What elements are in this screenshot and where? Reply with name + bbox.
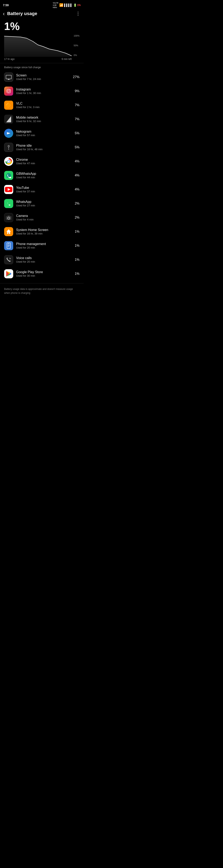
app-name-screen: Screen: [16, 73, 69, 77]
app-item-mobile-network[interactable]: Mobile network Used for 6 hr, 32 min 7%: [0, 112, 84, 126]
svg-point-2: [8, 90, 9, 92]
camera-svg: [6, 215, 12, 220]
app-percent-playstore: 1%: [72, 272, 79, 276]
app-item-camera[interactable]: Camera Used for 4 min 2%: [0, 211, 84, 225]
nekogram-svg: [6, 130, 11, 136]
app-usage-phone-mgmt: Used for 20 min: [16, 246, 69, 249]
chart-label-100: 100%: [74, 34, 79, 37]
app-usage-system-home: Used for 16 hr, 39 min: [16, 232, 69, 235]
chart-time-left: 17 hr ago: [4, 58, 15, 61]
status-time: 7:59: [3, 3, 9, 7]
chart-svg-wrap: [4, 34, 72, 57]
app-item-youtube[interactable]: YouTube Used for 37 min 4%: [0, 182, 84, 196]
app-percent-chrome: 4%: [72, 159, 79, 163]
app-icon-instagram: [4, 87, 13, 96]
app-icon-chrome: [4, 157, 13, 166]
app-icon-camera: [4, 213, 13, 222]
app-name-gbwhatsapp: GBWhatsApp: [16, 172, 69, 176]
app-info-system-home: System Home Screen Used for 16 hr, 39 mi…: [16, 228, 69, 235]
signal-icon: ▌▌▌▌: [64, 3, 72, 7]
page-title: Battery usage: [7, 11, 37, 16]
app-icon-youtube: [4, 185, 13, 194]
header-left: ‹ Battery usage: [3, 11, 37, 16]
app-item-voice-calls[interactable]: Voice calls Used for 20 min 1%: [0, 253, 84, 267]
app-info-playstore: Google Play Store Used for 30 min: [16, 270, 69, 277]
battery-percent-status: 1%: [77, 4, 81, 7]
app-info-whatsapp: WhatsApp Used for 27 min: [16, 200, 69, 207]
app-item-whatsapp[interactable]: WhatsApp Used for 27 min 2%: [0, 196, 84, 211]
app-item-nekogram[interactable]: Nekogram Used for 57 min 5%: [0, 126, 84, 140]
menu-button[interactable]: ⋮: [76, 11, 81, 16]
app-icon-gbwhatsapp: [4, 171, 13, 180]
app-percent-instagram: 9%: [72, 89, 79, 93]
gbwhatsapp-svg: [6, 173, 11, 178]
battery-icon: 🔋: [73, 3, 77, 7]
app-percent-youtube: 4%: [72, 188, 79, 191]
svg-point-10: [8, 160, 10, 162]
app-item-vlc[interactable]: 🔶 VLC Used for 2 hr, 3 min 7%: [0, 98, 84, 112]
app-percent-whatsapp: 2%: [72, 202, 79, 206]
app-item-chrome[interactable]: Chrome Used for 47 min 4%: [0, 154, 84, 168]
app-usage-vlc: Used for 2 hr, 3 min: [16, 105, 69, 109]
app-usage-phone-idle: Used for 16 hr, 48 min: [16, 148, 69, 151]
mobile-network-svg: [6, 116, 11, 122]
app-usage-screen: Used for 7 hr, 24 min: [16, 78, 69, 81]
svg-point-7: [8, 149, 9, 150]
app-item-instagram[interactable]: Instagram Used for 1 hr, 30 min 9%: [0, 84, 84, 98]
app-item-phone-idle[interactable]: Phone idle Used for 16 hr, 48 min 5%: [0, 140, 84, 154]
chrome-svg: [5, 158, 12, 165]
app-item-gbwhatsapp[interactable]: GBWhatsApp Used for 44 min 4%: [0, 168, 84, 182]
app-item-phone-mgmt[interactable]: Phone management Used for 20 min 1%: [0, 239, 84, 253]
battery-percent-large: 1%: [4, 21, 79, 32]
chart-time-right: 9 min left: [62, 58, 72, 61]
app-item-playstore[interactable]: Google Play Store Used for 30 min 1%: [0, 267, 84, 281]
back-button[interactable]: ‹: [3, 11, 5, 16]
svg-marker-19: [6, 229, 11, 234]
app-info-nekogram: Nekogram Used for 57 min: [16, 130, 69, 137]
app-icon-nekogram: [4, 129, 13, 138]
svg-rect-15: [8, 216, 10, 217]
app-icon-phone-mgmt: [4, 241, 13, 250]
app-name-voice-calls: Voice calls: [16, 256, 69, 260]
app-percent-system-home: 1%: [72, 230, 79, 234]
app-name-youtube: YouTube: [16, 186, 69, 190]
chart-label-0: 0%: [74, 54, 79, 56]
app-info-phone-mgmt: Phone management Used for 20 min: [16, 242, 69, 249]
app-info-phone-idle: Phone idle Used for 16 hr, 48 min: [16, 144, 69, 151]
app-name-camera: Camera: [16, 214, 69, 218]
app-percent-phone-idle: 5%: [72, 146, 79, 149]
app-percent-screen: 27%: [72, 75, 79, 79]
voice-calls-svg: [6, 257, 11, 262]
app-info-youtube: YouTube Used for 37 min: [16, 186, 69, 193]
svg-rect-18: [10, 217, 11, 217]
app-info-chrome: Chrome Used for 47 min: [16, 158, 69, 165]
app-icon-vlc: 🔶: [4, 101, 13, 110]
home-svg: [6, 229, 11, 235]
app-info-camera: Camera Used for 4 min: [16, 214, 69, 221]
app-name-phone-idle: Phone idle: [16, 144, 69, 148]
phone-mgmt-svg: [6, 243, 11, 249]
app-name-nekogram: Nekogram: [16, 130, 69, 133]
app-percent-voice-calls: 1%: [72, 258, 79, 261]
footer-note: Battery usage data is approximate and do…: [0, 283, 84, 301]
app-icon-playstore: [4, 269, 13, 278]
app-item-system-home[interactable]: System Home Screen Used for 16 hr, 39 mi…: [0, 225, 84, 239]
app-item-screen[interactable]: Screen Used for 7 hr, 24 min 27%: [0, 70, 84, 84]
app-percent-gbwhatsapp: 4%: [72, 174, 79, 177]
app-percent-phone-mgmt: 1%: [72, 244, 79, 248]
app-usage-camera: Used for 4 min: [16, 218, 69, 221]
app-name-whatsapp: WhatsApp: [16, 200, 69, 204]
app-icon-mobile-network: [4, 115, 13, 124]
header: ‹ Battery usage ⋮: [0, 9, 84, 19]
app-name-system-home: System Home Screen: [16, 228, 69, 232]
playstore-svg: [5, 271, 12, 277]
app-icon-system: [4, 227, 13, 236]
app-usage-mobile-network: Used for 6 hr, 32 min: [16, 120, 69, 123]
instagram-svg: [6, 88, 11, 94]
app-info-gbwhatsapp: GBWhatsApp Used for 44 min: [16, 172, 69, 179]
status-icons: VoLTE2.08KB/s 📶 ▌▌▌▌ 🔋 1%: [53, 2, 81, 8]
svg-marker-0: [4, 36, 72, 57]
app-info-screen: Screen Used for 7 hr, 24 min: [16, 73, 69, 81]
wifi-icon: 📶: [59, 3, 63, 7]
app-icon-screen: [4, 72, 13, 82]
